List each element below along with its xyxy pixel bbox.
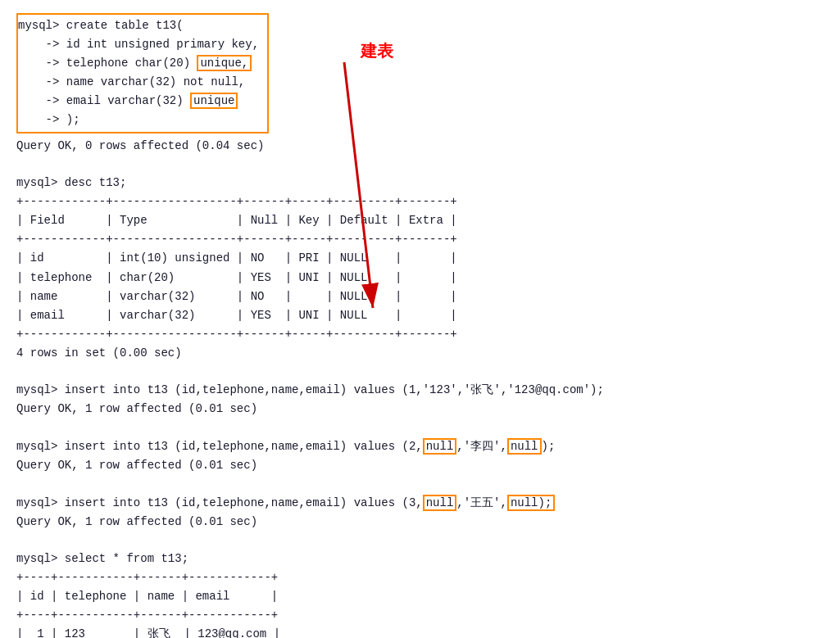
desc-header: | Field | Type | Null | Key | Default | …: [16, 211, 824, 230]
insert2-section: mysql> insert into t13 (id,telephone,nam…: [16, 437, 824, 475]
query-ok-1: Query OK, 0 rows affected (0.04 sec): [16, 137, 824, 156]
create-line-2: -> id int unsigned primary key,: [18, 35, 259, 54]
select-cmd: mysql> select * from t13;: [16, 550, 824, 568]
insert2-null2: null: [507, 438, 542, 455]
jianb-label: 建表: [361, 38, 393, 64]
create-line-4: -> name varchar(32) not null,: [18, 73, 259, 92]
main-content: mysql> create table t13( -> id int unsig…: [16, 13, 824, 638]
desc-sep1: +------------+------------------+------+…: [16, 192, 824, 211]
insert3-null2: null);: [507, 495, 555, 511]
insert3-result: Query OK, 1 row affected (0.01 sec): [16, 513, 824, 532]
insert3-cmd: mysql> insert into t13 (id,telephone,nam…: [16, 494, 824, 513]
desc-row-telephone: | telephone | char(20) | YES | UNI | NUL…: [16, 269, 824, 287]
create-line-5: -> email varchar(32) unique: [18, 92, 259, 111]
desc-sep3: +------------+------------------+------+…: [16, 325, 824, 344]
insert1-result: Query OK, 1 row affected (0.01 sec): [16, 400, 824, 419]
insert2-cmd: mysql> insert into t13 (id,telephone,nam…: [16, 437, 824, 456]
unique1-highlight: unique,: [197, 55, 252, 71]
select-row-1: | 1 | 123 | 张飞 | 123@qq.com |: [16, 625, 824, 638]
select-header: | id | telephone | name | email |: [16, 587, 824, 606]
insert1-cmd: mysql> insert into t13 (id,telephone,nam…: [16, 381, 824, 400]
select-sep1: +----+-----------+------+------------+: [16, 568, 824, 587]
create-table-box: mysql> create table t13( -> id int unsig…: [16, 13, 269, 133]
create-line-6: -> );: [18, 111, 259, 129]
desc-footer: 4 rows in set (0.00 sec): [16, 344, 824, 363]
select-sep2: +----+-----------+------+------------+: [16, 606, 824, 625]
desc-row-name: | name | varchar(32) | NO | | NULL | |: [16, 287, 824, 306]
insert2-null1: null: [423, 438, 457, 455]
desc-sep2: +------------+------------------+------+…: [16, 230, 824, 249]
insert1-section: mysql> insert into t13 (id,telephone,nam…: [16, 381, 824, 419]
create-line-1: mysql> create table t13(: [18, 16, 259, 35]
insert2-result: Query OK, 1 row affected (0.01 sec): [16, 456, 824, 475]
terminal-output: mysql> create table t13( -> id int unsig…: [16, 13, 824, 638]
unique2-highlight: unique: [190, 93, 238, 109]
desc-section: mysql> desc t13; +------------+---------…: [16, 174, 824, 363]
desc-row-email: | email | varchar(32) | YES | UNI | NULL…: [16, 306, 824, 325]
insert3-null1: null: [423, 495, 457, 511]
create-line-3: -> telephone char(20) unique,: [18, 54, 259, 73]
select-section: mysql> select * from t13; +----+--------…: [16, 550, 824, 638]
create-table-section: mysql> create table t13( -> id int unsig…: [16, 13, 824, 133]
desc-cmd: mysql> desc t13;: [16, 174, 824, 192]
insert3-section: mysql> insert into t13 (id,telephone,nam…: [16, 494, 824, 532]
desc-row-id: | id | int(10) unsigned | NO | PRI | NUL…: [16, 249, 824, 268]
